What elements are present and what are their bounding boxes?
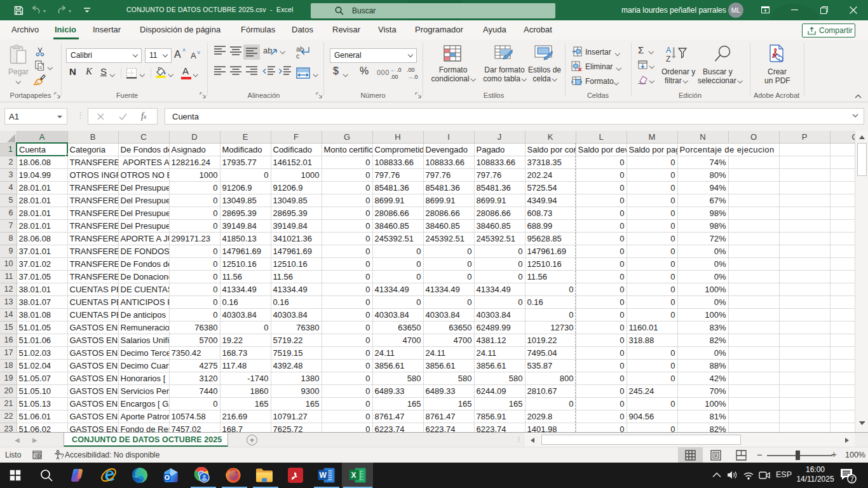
svg-text:7: 7 bbox=[850, 475, 854, 483]
svg-text:Z: Z bbox=[666, 55, 670, 64]
svg-text:A: A bbox=[666, 46, 671, 55]
svg-text:c: c bbox=[296, 52, 300, 59]
svg-text:W: W bbox=[320, 471, 327, 480]
svg-text:X: X bbox=[351, 471, 356, 480]
svg-text:ab: ab bbox=[263, 46, 272, 55]
svg-text:?: ? bbox=[60, 453, 64, 460]
